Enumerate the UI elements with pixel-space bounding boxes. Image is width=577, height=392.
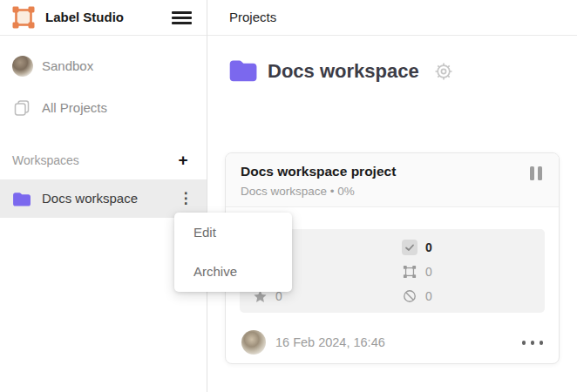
project-subtitle: Docs workspace • 0%: [241, 185, 355, 198]
stat-value-finished: 0: [425, 240, 432, 254]
sidebar-item-sandbox[interactable]: Sandbox: [0, 49, 207, 84]
creator-avatar: [241, 330, 266, 355]
label-studio-app: Label Studio Sandbox All Projects Worksp…: [0, 0, 577, 392]
sidebar-item-all-projects[interactable]: All Projects: [0, 91, 207, 125]
page-title: Projects: [229, 0, 276, 35]
workspace-title-row: Docs workspace: [207, 52, 577, 91]
workspace-title: Docs workspace: [268, 59, 419, 84]
menu-item-archive[interactable]: Archive: [174, 252, 292, 291]
pause-icon: [530, 166, 542, 180]
workspace-name: Docs workspace: [42, 179, 138, 218]
workspace-settings-gear-icon[interactable]: [433, 61, 454, 82]
add-workspace-button[interactable]: +: [173, 146, 193, 174]
stat-row-finished: 0: [402, 235, 432, 260]
project-title: Docs workspace project: [241, 164, 396, 179]
workspaces-section-header: Workspaces +: [0, 146, 207, 174]
folder-icon: [228, 57, 258, 82]
bounding-box-icon: [402, 264, 417, 280]
stat-value-annotations: 0: [425, 265, 432, 279]
menu-icon[interactable]: [172, 11, 192, 24]
workspace-context-menu: Edit Archive: [174, 213, 292, 292]
stat-row-skipped: 0: [402, 284, 432, 308]
workspaces-header-label: Workspaces: [12, 146, 79, 174]
slash-circle-icon: [402, 288, 417, 304]
sidebar-item-label: All Projects: [42, 91, 107, 125]
sidebar-header: Label Studio: [0, 0, 207, 36]
main-top-bar: Projects: [207, 0, 577, 36]
stats-column-right: 0 0: [402, 235, 432, 308]
app-title: Label Studio: [45, 0, 124, 35]
stat-value-skipped: 0: [425, 289, 432, 303]
stat-row-annotations: 0: [402, 260, 432, 284]
folder-icon: [12, 191, 31, 206]
label-studio-logo-icon: [12, 6, 35, 29]
checkmark-icon: [402, 240, 417, 255]
sidebar: Label Studio Sandbox All Projects Worksp…: [0, 0, 207, 392]
sidebar-item-docs-workspace[interactable]: Docs workspace ⋮: [0, 179, 207, 218]
stacked-documents-icon: [12, 98, 31, 118]
user-avatar: [12, 56, 33, 77]
sidebar-item-label: Sandbox: [42, 49, 93, 84]
project-more-options-icon[interactable]: [522, 341, 544, 345]
project-card-header[interactable]: Docs workspace project Docs workspace • …: [226, 153, 559, 207]
menu-item-edit[interactable]: Edit: [174, 213, 292, 252]
project-created-date: 16 Feb 2024, 16:46: [275, 330, 385, 355]
